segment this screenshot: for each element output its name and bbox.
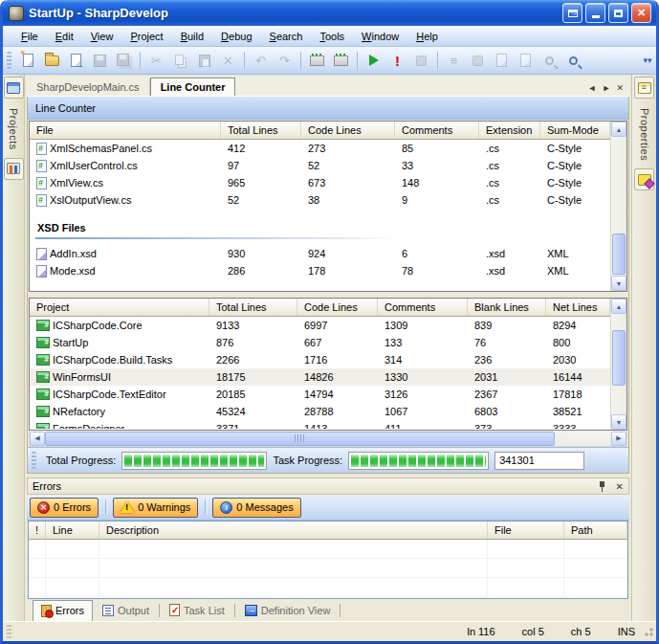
paste-button[interactable] [193, 50, 215, 71]
build-button[interactable] [306, 50, 328, 71]
horizontal-scrollbar[interactable]: ◀ ▶ [29, 431, 627, 447]
column-header[interactable]: Description [99, 522, 488, 539]
menu-item[interactable]: Project [121, 28, 171, 45]
project-row[interactable]: ICSharpCode.TextEditor 20185 14794 3126 … [30, 386, 610, 403]
properties-pad-button[interactable] [634, 77, 654, 99]
column-header[interactable]: Total Lines [221, 122, 301, 139]
close-button[interactable]: ✕ [631, 3, 651, 23]
delete-button[interactable]: ✕ [217, 50, 239, 71]
menu-item[interactable]: Build [172, 28, 212, 45]
new-file-button[interactable] [17, 50, 39, 71]
menu-item[interactable]: Search [261, 28, 312, 45]
toolbar-overflow-icon[interactable]: ▾▾ [643, 58, 652, 62]
scroll-thumb[interactable] [45, 432, 555, 446]
tab-task-list[interactable]: Task List [162, 601, 232, 619]
new-from-template-button[interactable] [65, 50, 87, 71]
tab-line-counter[interactable]: Line Counter [150, 78, 236, 96]
close-panel-icon[interactable]: ✕ [616, 481, 624, 492]
maximize-button[interactable] [608, 3, 628, 23]
minimize-button[interactable] [585, 3, 605, 23]
float-window-button[interactable] [562, 3, 582, 23]
step-out-button[interactable] [538, 50, 560, 71]
undo-button[interactable]: ↶ [250, 50, 272, 71]
column-header[interactable]: ! [29, 522, 46, 539]
redo-button[interactable]: ↷ [274, 50, 296, 71]
tab-sharpdevelopmain[interactable]: SharpDevelopMain.cs [27, 78, 150, 96]
cut-button[interactable]: ✂ [145, 50, 167, 71]
warnings-filter-button[interactable]: 0 Warnings [113, 498, 198, 518]
project-row[interactable]: ICSharpCode.Core 9133 6997 1309 839 8294 [30, 317, 610, 334]
project-row[interactable]: StartUp 876 667 133 76 800 [30, 334, 610, 351]
menu-item[interactable]: Tools [311, 28, 353, 45]
classes-pad-button[interactable] [634, 168, 654, 190]
file-row[interactable]: AddIn.xsd 930 924 6 .xsd XML [30, 245, 610, 262]
menu-item[interactable]: Help [407, 28, 447, 45]
column-header[interactable]: Code Lines [297, 299, 378, 316]
bookmark-list-button[interactable]: ≡ [443, 50, 465, 71]
column-header[interactable]: Comments [378, 299, 468, 316]
save-all-button[interactable] [113, 50, 135, 71]
column-header[interactable]: Total Lines [209, 299, 297, 316]
scroll-up-icon[interactable]: ▲ [611, 122, 626, 137]
column-header[interactable]: Net Lines [546, 299, 610, 316]
breakpoint-button[interactable] [467, 50, 489, 71]
raise-exception-button[interactable]: ! [386, 50, 408, 71]
scroll-down-icon[interactable]: ▼ [611, 414, 626, 430]
tab-scroll-right-icon[interactable]: ► [603, 83, 611, 93]
project-row[interactable]: WinFormsUI 18175 14826 1330 2031 16144 [30, 368, 610, 386]
tab-output[interactable]: Output [95, 602, 157, 619]
messages-filter-button[interactable]: i 0 Messages [212, 498, 300, 518]
scroll-thumb[interactable] [612, 233, 626, 276]
tab-scroll-left-icon[interactable]: ◄ [588, 83, 597, 93]
errors-filter-button[interactable]: ✕ 0 Errors [30, 498, 99, 518]
projects-vertical-scrollbar[interactable]: ▲ ▼ [610, 299, 626, 430]
scroll-right-icon[interactable]: ▶ [611, 432, 626, 446]
sidebar-tab-projects[interactable]: Projects [8, 100, 19, 158]
menu-item[interactable]: File [12, 28, 47, 45]
column-header[interactable]: Project [30, 299, 209, 316]
scroll-down-icon[interactable]: ▼ [611, 276, 626, 291]
open-folder-button[interactable] [41, 50, 63, 71]
file-row[interactable]: XslOutputView.cs 52 38 9 .cs C-Style [30, 191, 610, 209]
rebuild-all-button[interactable] [330, 50, 352, 71]
column-header[interactable]: Sum-Mode [540, 122, 610, 139]
scroll-up-icon[interactable]: ▲ [611, 299, 626, 314]
step-over-button[interactable] [515, 50, 537, 71]
column-header[interactable]: File [488, 522, 564, 539]
save-button[interactable] [89, 50, 111, 71]
files-vertical-scrollbar[interactable]: ▲ ▼ [610, 122, 626, 291]
stop-button[interactable] [410, 50, 432, 71]
file-row[interactable]: XmlUserControl.cs 97 52 33 .cs C-Style [30, 157, 610, 174]
zoom-button[interactable] [562, 50, 584, 71]
progress-strip-grip[interactable] [32, 452, 36, 469]
menu-item[interactable]: Edit [47, 28, 82, 45]
column-header[interactable]: Blank Lines [468, 299, 546, 316]
column-header[interactable]: Extension [479, 122, 540, 139]
column-header[interactable]: Comments [395, 122, 479, 139]
menu-item[interactable]: Window [353, 28, 407, 45]
column-header[interactable]: Code Lines [301, 122, 395, 139]
toolbar-grip[interactable] [7, 52, 11, 69]
step-into-button[interactable] [491, 50, 513, 71]
column-header[interactable]: Line [46, 522, 99, 539]
column-header[interactable]: Path [564, 522, 627, 539]
file-row[interactable]: XmlSchemasPanel.cs 412 273 85 .cs C-Styl… [30, 140, 610, 157]
tab-definition-view[interactable]: Definition View [237, 602, 339, 619]
run-button[interactable] [362, 50, 384, 71]
projects-pad-button[interactable] [4, 77, 24, 99]
pin-icon[interactable] [598, 481, 606, 492]
scroll-thumb[interactable] [612, 330, 626, 386]
resize-grip-icon[interactable] [643, 626, 654, 637]
project-row[interactable]: ICSharpCode.Build.Tasks 2266 1716 314 23… [30, 351, 610, 368]
file-row[interactable]: Mode.xsd 286 178 78 .xsd XML [30, 262, 610, 279]
project-row[interactable]: NRefactory 45324 28788 1067 6803 38521 [30, 403, 610, 420]
copy-button[interactable] [169, 50, 191, 71]
file-row[interactable]: XmlView.cs 965 673 148 .cs C-Style [30, 174, 610, 191]
menu-item[interactable]: Debug [212, 28, 260, 45]
tab-errors[interactable]: Errors [33, 600, 93, 621]
sidebar-tab-properties[interactable]: Properties [639, 100, 650, 168]
menu-item[interactable]: View [82, 28, 122, 45]
column-header[interactable]: File [30, 122, 221, 139]
tools-pad-button[interactable] [4, 158, 24, 180]
scroll-left-icon[interactable]: ◀ [30, 432, 45, 446]
